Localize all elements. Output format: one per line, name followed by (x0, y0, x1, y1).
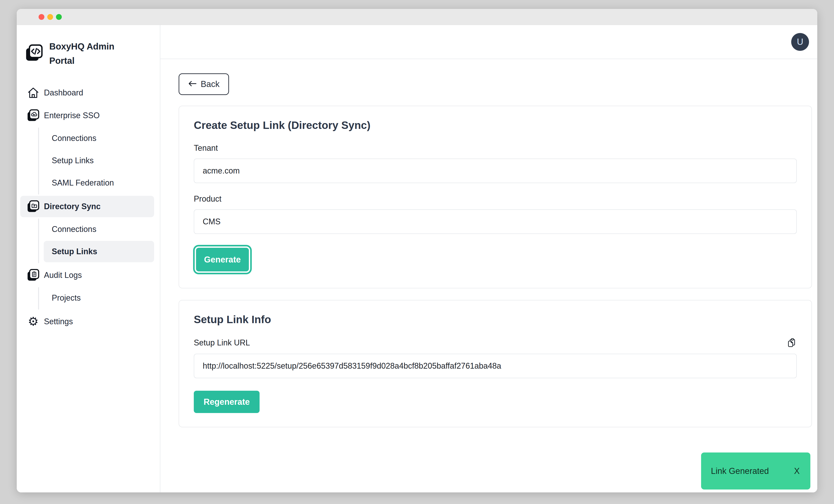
generate-button[interactable]: Generate (196, 248, 249, 271)
app-body: BoxyHQ Admin Portal Dashboard (17, 25, 817, 492)
sidebar-item-directory-sync[interactable]: Directory Sync (20, 196, 154, 217)
toast-message: Link Generated (711, 466, 769, 476)
sidebar-item-label: Connections (52, 134, 96, 143)
home-icon (26, 86, 40, 100)
sidebar-subnav-audit-logs: Projects (38, 287, 154, 309)
sidebar-item-projects[interactable]: Projects (44, 287, 154, 309)
card-title: Setup Link Info (194, 313, 797, 326)
back-button-label: Back (201, 80, 219, 89)
sidebar-subnav-directory-sync: Connections Setup Links (38, 219, 154, 263)
sidebar-item-enterprise-sso[interactable]: Enterprise SSO (20, 105, 154, 126)
sidebar-item-label: Directory Sync (44, 202, 101, 211)
avatar-initial: U (797, 37, 804, 47)
setup-link-url-row: Setup Link URL (194, 337, 797, 348)
product-label: Product (194, 194, 797, 204)
sso-cloud-icon (26, 109, 40, 122)
brand: BoxyHQ Admin Portal (20, 39, 154, 68)
sidebar-item-audit-logs[interactable]: Audit Logs (20, 264, 154, 286)
tenant-field-group: Tenant (194, 144, 797, 183)
sidebar-item-settings[interactable]: ⚙ Settings (20, 311, 154, 332)
sidebar-item-label: SAML Federation (52, 178, 114, 188)
minimize-window-icon[interactable] (47, 14, 53, 20)
sidebar-item-label: Enterprise SSO (44, 111, 100, 120)
sidebar-item-label: Connections (52, 224, 96, 234)
product-field-group: Product (194, 194, 797, 234)
toast-close-button[interactable]: X (794, 466, 800, 476)
tenant-label: Tenant (194, 144, 797, 153)
setup-link-url-input[interactable] (194, 354, 797, 378)
clipboard-copy-icon (787, 345, 797, 349)
sidebar-item-label: Setup Links (52, 156, 94, 165)
sidebar-item-label: Setup Links (52, 247, 97, 256)
sidebar-item-dsync-setup-links[interactable]: Setup Links (44, 241, 154, 262)
sidebar-item-dashboard[interactable]: Dashboard (20, 82, 154, 104)
setup-link-url-label: Setup Link URL (194, 338, 250, 347)
regenerate-button[interactable]: Regenerate (194, 391, 260, 413)
page-content: Back Create Setup Link (Directory Sync) … (160, 59, 817, 492)
main-area: U Back Create Setup Link (Directory Sync… (160, 25, 817, 492)
setup-link-info-card: Setup Link Info Setup Link URL (179, 300, 812, 427)
audit-clipboard-icon (26, 268, 40, 282)
close-window-icon[interactable] (39, 14, 44, 20)
app-window: BoxyHQ Admin Portal Dashboard (17, 9, 817, 492)
link-generated-toast: Link Generated X (701, 453, 810, 489)
sidebar-item-label: Projects (52, 293, 81, 303)
gear-icon: ⚙ (26, 315, 40, 328)
window-titlebar (17, 9, 817, 25)
brand-title: BoxyHQ Admin Portal (49, 39, 116, 68)
sidebar-item-sso-setup-links[interactable]: Setup Links (44, 150, 154, 171)
sidebar-item-sso-connections[interactable]: Connections (44, 128, 154, 149)
arrow-left-icon (188, 80, 197, 89)
sidebar-item-label: Settings (44, 317, 73, 326)
sidebar-item-dsync-connections[interactable]: Connections (44, 219, 154, 240)
directory-folder-icon (26, 200, 40, 213)
sidebar-item-label: Audit Logs (44, 270, 82, 280)
sidebar-item-label: Dashboard (44, 88, 83, 97)
maximize-window-icon[interactable] (56, 14, 62, 20)
sidebar-item-saml-federation[interactable]: SAML Federation (44, 172, 154, 194)
back-button[interactable]: Back (179, 73, 229, 95)
desktop: { "colors": { "accent_green": "#2abd9d",… (0, 0, 834, 504)
boxyhq-logo-icon (25, 44, 43, 63)
card-title: Create Setup Link (Directory Sync) (194, 119, 797, 131)
tenant-input[interactable] (194, 158, 797, 183)
create-setup-link-card: Create Setup Link (Directory Sync) Tenan… (179, 106, 812, 288)
sidebar-subnav-enterprise-sso: Connections Setup Links SAML Federation (38, 128, 154, 195)
copy-url-button[interactable] (787, 337, 797, 348)
top-header: U (160, 25, 817, 59)
sidebar-nav: Dashboard Enterprise SSO (20, 82, 154, 334)
sidebar: BoxyHQ Admin Portal Dashboard (17, 25, 160, 492)
product-input[interactable] (194, 210, 797, 234)
user-avatar[interactable]: U (791, 33, 809, 51)
